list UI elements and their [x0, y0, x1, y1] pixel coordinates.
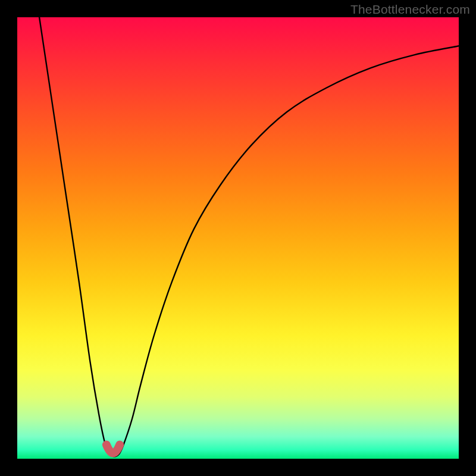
watermark-text: TheBottlenecker.com	[350, 2, 470, 17]
chart-frame: TheBottlenecker.com	[0, 0, 476, 476]
optimal-marker	[107, 445, 120, 453]
plot-area	[17, 17, 459, 459]
curve-layer	[17, 17, 459, 459]
bottleneck-curve	[39, 17, 459, 456]
